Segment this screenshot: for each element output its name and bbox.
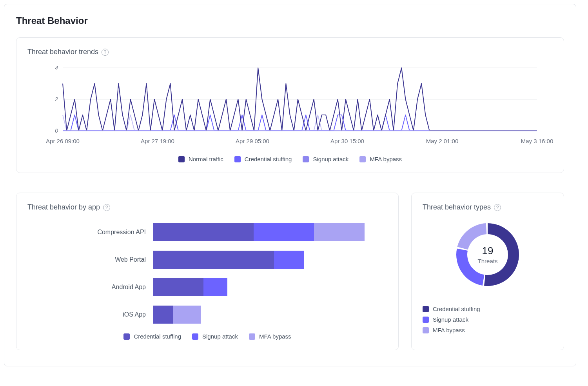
app-bar bbox=[153, 306, 201, 324]
legend-swatch bbox=[359, 156, 366, 162]
trends-card-header: Threat behavior trends ? bbox=[27, 48, 553, 56]
legend-item[interactable]: MFA bypass bbox=[359, 156, 402, 162]
types-card-header: Threat behavior types ? bbox=[423, 203, 553, 211]
by-app-card-header: Threat behavior by app ? bbox=[27, 203, 387, 211]
donut-value: 19 bbox=[482, 245, 494, 257]
app-label: Android App bbox=[27, 284, 153, 291]
svg-text:Apr 26 09:00: Apr 26 09:00 bbox=[46, 138, 80, 144]
by-app-card: Threat behavior by app ? Compression API… bbox=[16, 193, 399, 350]
bar-segment bbox=[153, 278, 203, 296]
bar-segment bbox=[153, 306, 173, 324]
bar-segment bbox=[314, 223, 365, 241]
trends-card: Threat behavior trends ? 024Apr 26 09:00… bbox=[16, 37, 564, 173]
bar-segment bbox=[203, 278, 228, 296]
legend-label: Credential stuffing bbox=[134, 333, 181, 340]
app-bar-row: Android App bbox=[27, 278, 387, 296]
legend-item[interactable]: MFA bypass bbox=[249, 333, 291, 340]
legend-label: MFA bypass bbox=[370, 156, 402, 162]
help-icon[interactable]: ? bbox=[494, 204, 501, 211]
types-card-title: Threat behavior types bbox=[423, 203, 491, 211]
legend-label: Signup attack bbox=[433, 316, 468, 323]
svg-text:May 2 01:00: May 2 01:00 bbox=[426, 138, 459, 144]
help-icon[interactable]: ? bbox=[103, 204, 110, 211]
svg-text:May 3 16:00: May 3 16:00 bbox=[521, 138, 553, 144]
legend-item[interactable]: Normal traffic bbox=[178, 156, 223, 162]
trends-legend: Normal trafficCredential stuffingSignup … bbox=[27, 156, 553, 162]
legend-label: Signup attack bbox=[313, 156, 348, 162]
by-app-bar-chart: Compression APIWeb PortalAndroid AppiOS … bbox=[27, 219, 387, 324]
app-bar bbox=[153, 223, 365, 241]
app-bar-row: iOS App bbox=[27, 306, 387, 324]
legend-swatch bbox=[123, 333, 130, 340]
svg-text:2: 2 bbox=[54, 96, 58, 102]
legend-swatch bbox=[423, 306, 429, 312]
legend-swatch bbox=[192, 333, 198, 340]
app-bar-row: Web Portal bbox=[27, 251, 387, 269]
row-secondary: Threat behavior by app ? Compression API… bbox=[16, 193, 564, 350]
legend-item[interactable]: Credential stuffing bbox=[234, 156, 292, 162]
app-bar bbox=[153, 278, 227, 296]
types-card: Threat behavior types ? 19 Threats Crede… bbox=[411, 193, 564, 350]
donut-center: 19 Threats bbox=[452, 219, 523, 290]
svg-text:Apr 30 15:00: Apr 30 15:00 bbox=[330, 138, 364, 144]
trends-line-chart: 024Apr 26 09:00Apr 27 19:00Apr 29 05:00A… bbox=[27, 64, 553, 150]
svg-text:Apr 27 19:00: Apr 27 19:00 bbox=[141, 138, 174, 144]
legend-item[interactable]: Signup attack bbox=[192, 333, 238, 340]
app-bar-row: Compression API bbox=[27, 223, 387, 241]
by-app-card-title: Threat behavior by app bbox=[27, 203, 100, 211]
legend-item[interactable]: Signup attack bbox=[303, 156, 348, 162]
dashboard-panel: Threat Behavior Threat behavior trends ?… bbox=[4, 4, 576, 366]
legend-swatch bbox=[234, 156, 241, 162]
legend-label: Credential stuffing bbox=[245, 156, 292, 162]
app-label: Web Portal bbox=[27, 256, 153, 263]
legend-swatch bbox=[249, 333, 255, 340]
bar-segment bbox=[173, 306, 201, 324]
page-title: Threat Behavior bbox=[16, 15, 564, 26]
legend-label: MFA bypass bbox=[433, 327, 465, 333]
svg-text:0: 0 bbox=[55, 127, 58, 134]
legend-item[interactable]: Credential stuffing bbox=[423, 306, 553, 312]
app-label: iOS App bbox=[27, 311, 153, 318]
app-bar bbox=[153, 251, 304, 269]
help-icon[interactable]: ? bbox=[102, 49, 109, 56]
legend-swatch bbox=[178, 156, 185, 162]
types-legend: Credential stuffingSignup attackMFA bypa… bbox=[423, 306, 553, 333]
legend-label: MFA bypass bbox=[259, 333, 291, 340]
bar-segment bbox=[254, 223, 314, 241]
svg-text:Apr 29 05:00: Apr 29 05:00 bbox=[236, 138, 269, 144]
legend-swatch bbox=[423, 317, 429, 323]
legend-item[interactable]: Credential stuffing bbox=[123, 333, 181, 340]
bar-segment bbox=[153, 251, 274, 269]
legend-label: Signup attack bbox=[202, 333, 238, 340]
bar-segment bbox=[153, 223, 254, 241]
legend-label: Normal traffic bbox=[189, 156, 223, 162]
donut-label: Threats bbox=[478, 258, 498, 264]
svg-text:4: 4 bbox=[55, 65, 58, 71]
legend-item[interactable]: MFA bypass bbox=[423, 327, 553, 333]
by-app-legend: Credential stuffingSignup attackMFA bypa… bbox=[27, 333, 387, 340]
legend-label: Credential stuffing bbox=[433, 306, 480, 312]
legend-swatch bbox=[423, 327, 429, 333]
app-label: Compression API bbox=[27, 229, 153, 236]
legend-item[interactable]: Signup attack bbox=[423, 316, 553, 323]
legend-swatch bbox=[303, 156, 309, 162]
types-donut-chart: 19 Threats bbox=[452, 219, 523, 290]
bar-segment bbox=[274, 251, 304, 269]
trends-card-title: Threat behavior trends bbox=[27, 48, 98, 56]
